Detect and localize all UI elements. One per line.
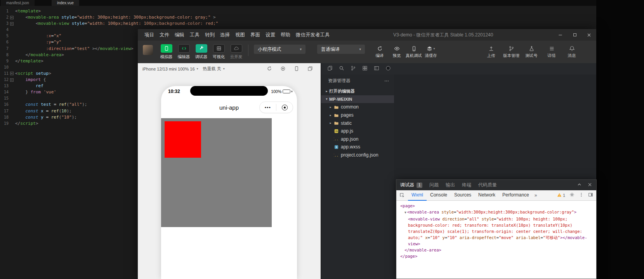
menu-item-1[interactable]: 文件 — [157, 29, 172, 41]
expand-arrow-icon[interactable]: ▼ — [404, 211, 406, 214]
explorer-item-pages[interactable]: ▸pages — [321, 111, 394, 119]
phone-simulator[interactable]: 10:32 100% uni-app ••• — [161, 86, 297, 279]
devtools-tab-network[interactable]: Network — [475, 190, 499, 201]
tab-index-vue[interactable]: index.vue — [52, 0, 79, 6]
menu-item-3[interactable]: 工具 — [187, 29, 202, 41]
toolbar-debugger-button[interactable]: 调试器 — [193, 44, 210, 60]
record-button[interactable] — [280, 66, 286, 72]
mode-select[interactable]: 小程序模式▾ — [254, 45, 306, 54]
explorer-item-app-wxss[interactable]: Sapp.wxss — [321, 143, 394, 151]
maximize-button[interactable] — [568, 29, 582, 41]
toolbar-details-button[interactable]: 详情 — [543, 45, 561, 59]
explorer-item-common[interactable]: ▸common — [321, 103, 394, 111]
explorer-item--[interactable]: ▸打开的编辑器 — [321, 87, 394, 95]
device-selector[interactable]: iPhone 12/13 mini 100% 16▾ — [142, 67, 198, 71]
menu-item-0[interactable]: 项目 — [142, 29, 157, 41]
explorer-item-static[interactable]: ▸static — [321, 119, 394, 127]
explorer-item-app-js[interactable]: JSapp.js — [321, 127, 394, 135]
menu-item-7[interactable]: 界面 — [248, 29, 263, 41]
more-actions-button[interactable] — [384, 78, 389, 84]
settings-button[interactable] — [569, 192, 575, 199]
devtools-tab-console[interactable]: Console — [427, 190, 451, 201]
fold-icon[interactable]: − — [10, 16, 14, 19]
menu-item-9[interactable]: 帮助 — [278, 29, 293, 41]
debugger-tab-code-quality[interactable]: 代码质量 — [478, 182, 497, 188]
fold-gutter[interactable]: − — [9, 21, 15, 27]
hot-reload-toggle[interactable]: 热重载 关▾ — [203, 66, 225, 72]
toolbar-simulator-button[interactable]: 模拟器 — [158, 44, 175, 60]
close-panel-button[interactable] — [587, 182, 592, 189]
fold-gutter — [9, 58, 15, 64]
toolbar-real-device-debug-button[interactable]: 真机调试 — [405, 45, 422, 59]
refresh-button[interactable] — [267, 66, 272, 72]
files-button[interactable] — [327, 65, 333, 72]
compile-select[interactable]: 普通编译▾ — [317, 45, 365, 54]
dock-side-button[interactable] — [588, 192, 593, 199]
wxml-node[interactable]: <page> — [399, 203, 593, 209]
toolbar-compile-button[interactable]: 编译 — [371, 45, 388, 59]
warning-counter[interactable]: 1 — [557, 193, 565, 198]
globe-button[interactable] — [385, 65, 391, 72]
layout-button[interactable] — [374, 65, 379, 72]
tab-manifest-json[interactable]: manifest.json — [1, 0, 35, 6]
toolbar-upload-button[interactable]: 上传 — [482, 45, 500, 59]
debugger-tab-terminal[interactable]: 终端 — [462, 182, 471, 188]
menu-item-5[interactable]: 选择 — [217, 29, 233, 41]
explorer-item-project-config-json[interactable]: {..}project.config.json — [321, 151, 394, 159]
movable-view[interactable] — [165, 121, 201, 158]
menu-item-6[interactable]: 视图 — [233, 29, 248, 41]
collapse-panel-button[interactable] — [577, 182, 582, 189]
toolbar-preview-button[interactable]: 预览 — [388, 45, 405, 59]
fold-icon[interactable]: − — [10, 78, 14, 82]
debugger-tab-debugger[interactable]: 调试器1 — [400, 182, 422, 188]
more-tabs-button[interactable]: » — [533, 193, 539, 198]
movable-area[interactable] — [161, 118, 272, 227]
toolbar-version-control-button[interactable]: 版本管理 — [502, 45, 520, 59]
menu-item-10[interactable]: 微信开发者工具 — [293, 29, 333, 41]
debugger-tab-output[interactable]: 输出 — [446, 182, 455, 188]
fold-gutter — [9, 46, 15, 52]
toolbar-test-account-button[interactable]: 测试号 — [522, 45, 540, 59]
toolbar-visualizer-button[interactable]: 可视化 — [210, 44, 227, 60]
fold-gutter[interactable]: − — [9, 71, 15, 77]
fold-gutter[interactable]: − — [9, 14, 15, 21]
menu-item-2[interactable]: 编辑 — [172, 29, 187, 41]
wxml-node[interactable]: ▼<movable-area style="width:300px;height… — [399, 209, 593, 216]
minimize-button[interactable] — [553, 29, 568, 41]
debugger-tab-problems[interactable]: 问题 — [429, 182, 439, 188]
windows-button[interactable] — [307, 66, 313, 72]
home-button[interactable] — [276, 105, 293, 110]
inspect-element-button[interactable] — [396, 193, 408, 198]
close-button[interactable] — [582, 29, 596, 41]
toolbar-messages-button[interactable]: 消息 — [563, 45, 581, 59]
toolbar-editor-button[interactable]: 编辑器 — [175, 44, 193, 60]
explorer-item-mp-weixin[interactable]: ▾MP-WEIXIN — [321, 95, 394, 103]
branch-button[interactable] — [351, 65, 356, 72]
wxml-tree[interactable]: <page>▼<movable-area style="width:300px;… — [396, 201, 596, 279]
devtools-tab-sources[interactable]: Sources — [451, 190, 475, 201]
avatar[interactable] — [143, 45, 153, 55]
devtools-tab-performance[interactable]: Performance — [499, 190, 533, 201]
search-button[interactable] — [339, 65, 344, 72]
capsule-menu[interactable]: ••• — [259, 102, 293, 113]
fold-gutter — [9, 108, 15, 114]
explorer-item-app-json[interactable]: {..}app.json — [321, 135, 394, 143]
code-line[interactable]: 1<template> — [0, 8, 596, 14]
wxml-node[interactable]: <movable-view direction="all" style="wid… — [399, 216, 593, 247]
fold-icon[interactable]: − — [10, 22, 14, 26]
toolbar-cloud-dev-button[interactable]: 云开发 — [227, 44, 245, 60]
wxml-node[interactable]: </page> — [399, 253, 593, 259]
more-options-button[interactable] — [579, 192, 584, 199]
code-line[interactable]: 3− <movable-view style="width: 100px;hei… — [0, 21, 596, 27]
fold-icon[interactable]: − — [10, 72, 14, 75]
toolbar-clear-cache-button[interactable]: ▾清缓存 — [422, 45, 439, 59]
code-line[interactable]: 2− <movable-area style="width: 300px;hei… — [0, 14, 596, 21]
mobile-button[interactable] — [294, 66, 299, 72]
menu-item-4[interactable]: 转到 — [202, 29, 217, 41]
fold-gutter[interactable]: − — [9, 77, 15, 83]
devtools-tab-wxml[interactable]: Wxml — [408, 190, 427, 201]
blocks-button[interactable] — [362, 65, 368, 72]
menu-dots-icon[interactable]: ••• — [260, 105, 276, 110]
wxml-node[interactable]: </movable-area> — [399, 247, 593, 253]
menu-item-8[interactable]: 设置 — [263, 29, 278, 41]
